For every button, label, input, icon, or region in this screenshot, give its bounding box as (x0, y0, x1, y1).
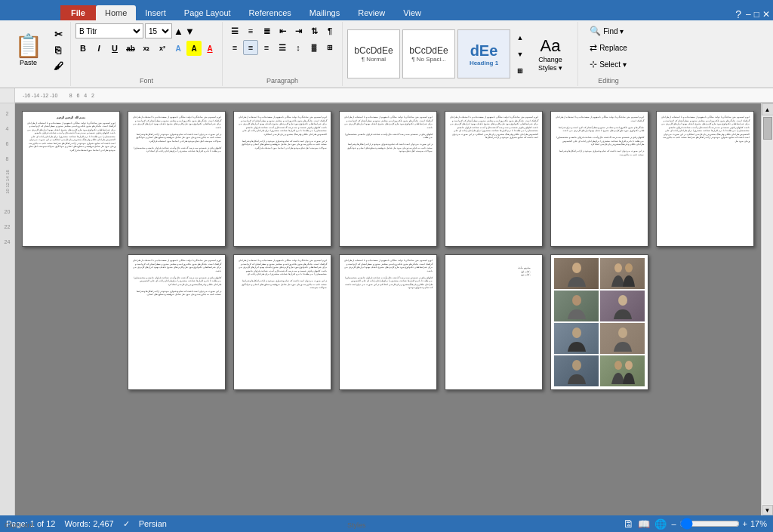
view-web-icon[interactable]: 🌐 (654, 518, 667, 530)
paste-button[interactable]: 📋 Paste (8, 25, 49, 74)
change-styles-button[interactable]: Aa ChangeStyles ▾ (528, 28, 573, 81)
bullets-button[interactable]: ☰ (227, 23, 242, 38)
numbering-button[interactable]: ≡ (243, 23, 258, 38)
scroll-down-button[interactable]: ▼ (762, 505, 773, 515)
page-12[interactable] (550, 254, 648, 390)
page-10[interactable]: لورم ایپسوم متن ساختگی با تولید سادگی نا… (339, 254, 437, 390)
text-effects-button[interactable]: A (171, 41, 186, 56)
page-4[interactable]: لورم ایپسوم متن ساختگی با تولید سادگی نا… (339, 111, 437, 247)
font-color-button[interactable]: A (202, 41, 217, 56)
help-icon[interactable]: ? (735, 8, 741, 20)
styles-scroll-down[interactable]: ▼ (514, 47, 526, 62)
borders-button[interactable]: ⊞ (322, 40, 337, 55)
page-3[interactable]: لورم ایپسوم متن ساختگی با تولید سادگی نا… (233, 111, 331, 247)
close-icon[interactable]: ✕ (762, 9, 770, 20)
photo-6 (600, 323, 645, 354)
align-center-button[interactable]: ≡ (243, 40, 258, 55)
superscript-button[interactable]: x² (155, 41, 170, 56)
find-icon: 🔍 (590, 26, 601, 36)
style-heading1[interactable]: dEe Heading 1 (457, 29, 510, 78)
styles-scroll-up[interactable]: ▲ (514, 30, 526, 45)
pages-row-2: لورم ایپسوم متن ساختگی با تولید سادگی نا… (128, 254, 648, 390)
style-normal[interactable]: bCcDdEe ¶ Normal (347, 29, 400, 78)
tab-page-layout[interactable]: Page Layout (175, 5, 240, 20)
svg-point-8 (614, 361, 622, 370)
tab-insert[interactable]: Insert (136, 5, 175, 20)
zoom-in-button[interactable]: + (743, 519, 747, 528)
status-bar: Page: 1 of 12 Words: 2,467 ✓ Persian 🖺 📖… (0, 515, 773, 532)
page-5[interactable]: لورم ایپسوم متن ساختگی با تولید سادگی نا… (445, 111, 543, 247)
scroll-up-button[interactable]: ▲ (762, 103, 774, 115)
page-6[interactable]: لورم ایپسوم متن ساختگی با تولید سادگی نا… (550, 111, 648, 247)
paragraph-group: ☰ ≡ ≣ ⇤ ⇥ ⇅ ¶ ≡ ≡ ≡ ☰ ↕ ▓ ⊞ Paragraph (223, 22, 343, 86)
scrollbar-thumb[interactable] (763, 117, 772, 140)
tab-file[interactable]: File (60, 5, 96, 20)
shading-button[interactable]: ▓ (306, 40, 322, 55)
underline-button[interactable]: U (107, 41, 122, 56)
vertical-scrollbar[interactable]: ▲ ▼ (761, 103, 773, 515)
highlight-button[interactable]: A (186, 41, 202, 56)
strikethrough-button[interactable]: ab (123, 41, 138, 56)
view-print-icon[interactable]: 🖺 (624, 518, 633, 530)
tab-home[interactable]: Home (96, 5, 136, 20)
horizontal-ruler: -16 -14 -12 -10 8 6 4 2 (15, 88, 773, 103)
bold-button[interactable]: B (75, 41, 91, 56)
cut-button[interactable]: ✂ (51, 26, 66, 42)
increase-font-button[interactable]: ▲ (174, 26, 183, 37)
align-right-button[interactable]: ≡ (259, 40, 274, 55)
word-count: Words: 2,467 (64, 519, 113, 528)
styles-expand[interactable]: ⊞ (514, 63, 526, 78)
replace-label: Replace (599, 44, 627, 52)
copy-button[interactable]: ⎘ (51, 42, 66, 57)
line-spacing-button[interactable]: ↕ (291, 40, 306, 55)
font-label: Font (140, 75, 153, 85)
page-7-content: لورم ایپسوم متن ساختگی با تولید سادگی نا… (657, 112, 753, 246)
italic-button[interactable]: I (91, 41, 106, 56)
sort-button[interactable]: ⇅ (306, 23, 322, 38)
page-11[interactable]: منابع و مآخذ ـ کتاب اول ـ کتاب دوم (445, 254, 543, 390)
increase-indent-button[interactable]: ⇥ (291, 23, 306, 38)
style-normal-preview: bCcDdEe (354, 45, 393, 56)
main-area: 2468 10 12 14 16 202224 بسم الله الرحمن … (0, 103, 773, 515)
tab-references[interactable]: References (240, 5, 300, 20)
decrease-font-button[interactable]: ▼ (185, 26, 195, 37)
justify-button[interactable]: ☰ (275, 40, 290, 55)
find-button[interactable]: 🔍 Find ▾ (587, 23, 627, 38)
photo-grid (554, 258, 645, 386)
editing-label: Editing (598, 75, 619, 85)
page-9[interactable]: لورم ایپسوم متن ساختگی با تولید سادگی نا… (233, 254, 331, 390)
page-8[interactable]: لورم ایپسوم متن ساختگی با تولید سادگی نا… (128, 254, 226, 390)
restore-icon[interactable]: □ (754, 9, 759, 20)
view-reading-icon[interactable]: 📖 (638, 518, 650, 530)
pages-container[interactable]: بسم الله الرحمن الرحیم لورم ایپسوم متن س… (15, 103, 761, 515)
align-left-button[interactable]: ≡ (227, 40, 242, 55)
tab-review[interactable]: Review (349, 5, 394, 20)
photo-8 (600, 355, 645, 386)
show-formatting-button[interactable]: ¶ (322, 23, 337, 38)
zoom-slider[interactable] (679, 519, 740, 528)
format-painter-button[interactable]: 🖌 (51, 58, 66, 73)
scrollbar-track[interactable] (762, 116, 773, 504)
font-name-select[interactable]: B Titr (75, 23, 143, 38)
tab-mailings[interactable]: Mailings (300, 5, 349, 20)
replace-button[interactable]: ⇄ Replace (587, 40, 630, 55)
svg-point-1 (614, 263, 622, 272)
font-size-select[interactable]: 15 (145, 23, 172, 38)
tab-view[interactable]: View (394, 5, 430, 20)
multilevel-button[interactable]: ≣ (259, 23, 274, 38)
subscript-button[interactable]: x₂ (139, 41, 154, 56)
decrease-indent-button[interactable]: ⇤ (275, 23, 290, 38)
page-7[interactable]: لورم ایپسوم متن ساختگی با تولید سادگی نا… (656, 111, 754, 247)
svg-point-0 (572, 263, 581, 273)
zoom-level[interactable]: 17% (750, 519, 767, 528)
page-2[interactable]: لورم ایپسوم متن ساختگی با تولید سادگی نا… (128, 111, 226, 247)
select-button[interactable]: ⊹ Select ▾ (587, 57, 630, 72)
svg-point-3 (572, 295, 581, 306)
language-indicator[interactable]: Persian (139, 519, 167, 528)
minimize-icon[interactable]: – (746, 9, 751, 20)
page-4-content: لورم ایپسوم متن ساختگی با تولید سادگی نا… (340, 112, 436, 246)
page-1[interactable]: بسم الله الرحمن الرحیم لورم ایپسوم متن س… (22, 111, 120, 247)
zoom-out-button[interactable]: – (671, 519, 676, 528)
style-no-spacing[interactable]: bCcDdEe ¶ No Spaci... (402, 29, 455, 78)
page-8-content: لورم ایپسوم متن ساختگی با تولید سادگی نا… (128, 255, 225, 389)
